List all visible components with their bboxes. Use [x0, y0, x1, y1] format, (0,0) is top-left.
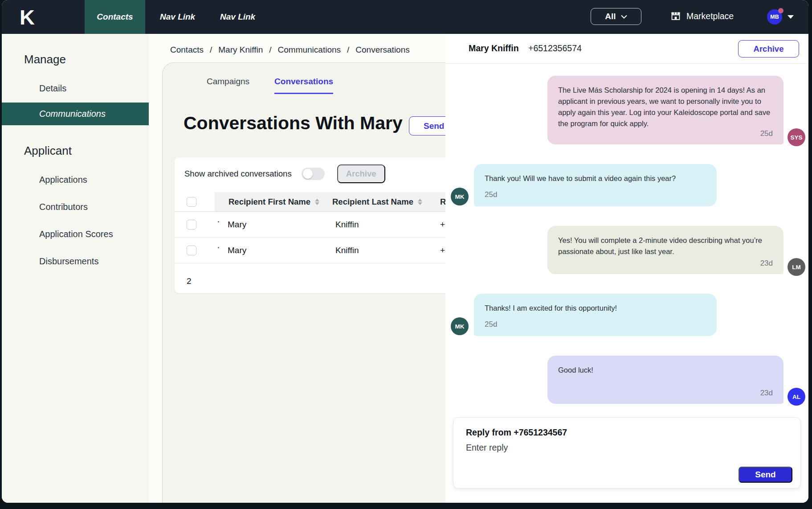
topnav-link-2-label: Nav Link	[220, 12, 255, 21]
row-checkbox[interactable]	[187, 220, 196, 230]
show-archived-label: Show archived conversations	[184, 169, 292, 179]
breadcrumb-separator: /	[347, 45, 349, 55]
message-bubble: The Live Más Scholarship for 2024 is ope…	[547, 76, 783, 144]
sidebar-item-application-scores[interactable]: Application Scores	[39, 229, 149, 239]
chat-header: Mary Kniffin +6512356574 Archive	[445, 34, 808, 64]
breadcrumb-item[interactable]: Mary Kniffin	[218, 45, 263, 55]
table-row[interactable]: MaryKniffin+6	[175, 212, 445, 238]
cell-last-name: Kniffin	[321, 246, 430, 255]
storefront-icon	[670, 10, 681, 22]
sidebar-nav: ManageDetailsCommunicationsApplicantAppl…	[2, 34, 149, 503]
message-bubble: Good luck!23d	[547, 356, 783, 404]
page-title: Conversations With Mary	[184, 113, 403, 134]
tab-conversations[interactable]: Conversations	[274, 77, 333, 94]
cell-first-name: Mary	[215, 220, 321, 230]
breadcrumb-item[interactable]: Conversations	[355, 45, 409, 55]
breadcrumb-separator: /	[210, 45, 212, 55]
chat-panel: Mary Kniffin +6512356574 Archive The Liv…	[445, 34, 808, 503]
column-header-first-name[interactable]: Recipient First Name	[215, 192, 321, 211]
marketplace-label: Marketplace	[686, 11, 734, 21]
toggle-knob	[303, 169, 313, 179]
send-message-button[interactable]: Send	[409, 116, 445, 135]
tab-campaigns[interactable]: Campaigns	[207, 77, 249, 94]
toolbar-row: Show archived conversations Archive	[184, 164, 385, 183]
topnav-link-1-label: Nav Link	[160, 12, 195, 21]
chevron-down-icon	[621, 15, 627, 19]
column-header-phone[interactable]: Re	[430, 192, 445, 211]
column-header-last-name[interactable]: Recipient Last Name	[321, 192, 430, 211]
message-bubble: Thank you! Will we have to submit a vide…	[474, 164, 717, 206]
topnav-link-2[interactable]: Nav Link	[220, 12, 255, 22]
user-avatar-menu[interactable]: MB	[767, 9, 782, 25]
archive-conversation-button[interactable]: Archive	[738, 40, 799, 57]
message-timestamp: 25d	[760, 129, 773, 138]
breadcrumb: Contacts/Mary Kniffin/Communications/Con…	[170, 45, 445, 55]
caret-down-icon[interactable]	[788, 15, 794, 19]
message-text: Thank you! Will we have to submit a vide…	[485, 173, 706, 184]
chat-contact-name: Mary Kniffin	[469, 43, 519, 53]
breadcrumb-item[interactable]: Communications	[278, 45, 341, 55]
kaleidoscope-logo: K	[20, 5, 35, 29]
sidebar-item-applications[interactable]: Applications	[39, 175, 149, 185]
send-reply-button[interactable]: Send	[739, 467, 792, 483]
sidebar-item-contributors[interactable]: Contributors	[39, 202, 149, 212]
sidebar-section-heading: Manage	[24, 53, 149, 66]
archive-button-disabled[interactable]: Archive	[337, 164, 385, 183]
header-checkbox-cell	[175, 192, 215, 211]
message-row: MKThanks! I am excited for this opportun…	[451, 294, 805, 336]
column-header-last-name-label: Recipient Last Name	[332, 197, 413, 207]
column-header-phone-label: Re	[440, 197, 445, 207]
conversations-panel: Show archived conversations Archive	[175, 157, 445, 293]
messages-list: The Live Más Scholarship for 2024 is ope…	[445, 64, 808, 423]
message-text: Thanks! I am excited for this opportunit…	[485, 303, 706, 314]
message-bubble: Thanks! I am excited for this opportunit…	[474, 294, 717, 336]
select-all-checkbox[interactable]	[187, 197, 196, 207]
conversations-table: Recipient First Name Recipient Last Name	[175, 192, 445, 263]
message-timestamp: 23d	[760, 389, 773, 398]
message-row: The Live Más Scholarship for 2024 is ope…	[451, 76, 805, 144]
cell-first-name: Mary	[215, 246, 321, 255]
message-timestamp: 25d	[485, 190, 706, 199]
reply-from-label: Reply from +7651234567	[466, 427, 567, 438]
filter-all-label: All	[605, 12, 616, 21]
sort-icon[interactable]	[315, 199, 319, 205]
breadcrumb-separator: /	[269, 45, 271, 55]
sidebar-item-details[interactable]: Details	[39, 83, 149, 94]
conversations-table-body: MaryKniffin+6MaryKniffin+6	[175, 212, 445, 263]
sort-icon[interactable]	[418, 199, 422, 205]
sidebar-item-communications[interactable]: Communications	[2, 103, 149, 125]
message-text: Yes! You will complete a 2-minute video …	[558, 235, 773, 257]
row-checkbox[interactable]	[187, 246, 196, 255]
row-checkbox-cell	[175, 220, 215, 230]
sidebar-item-disbursements[interactable]: Disbursements	[39, 256, 149, 267]
cell-phone: +6	[430, 220, 445, 230]
cell-last-name: Kniffin	[321, 220, 430, 230]
topnav-tab-contacts[interactable]: Contacts	[85, 0, 145, 34]
notification-dot	[778, 8, 783, 13]
top-navigation-bar: K Contacts Nav Link Nav Link All Marketp…	[2, 0, 808, 34]
marketplace-button[interactable]: Marketplace	[670, 10, 734, 22]
app-window: K Contacts Nav Link Nav Link All Marketp…	[2, 0, 808, 503]
table-header-row: Recipient First Name Recipient Last Name	[175, 192, 445, 212]
filter-all-dropdown[interactable]: All	[591, 8, 641, 25]
breadcrumb-item[interactable]: Contacts	[170, 45, 204, 55]
avatar: AL	[788, 388, 805, 406]
main-content: Contacts/Mary Kniffin/Communications/Con…	[149, 34, 445, 503]
message-text: Good luck!	[558, 365, 773, 376]
message-row: MKThank you! Will we have to submit a vi…	[451, 164, 805, 206]
reply-input[interactable]: Enter reply	[466, 443, 788, 453]
show-archived-toggle[interactable]	[302, 168, 325, 180]
results-count: 2	[187, 276, 192, 286]
reply-composer: Reply from +7651234567 Enter reply Send	[453, 417, 801, 488]
table-row[interactable]: MaryKniffin+6	[175, 238, 445, 263]
message-bubble: Yes! You will complete a 2-minute video …	[547, 226, 783, 274]
communications-card: Campaigns Conversations Conversations Wi…	[162, 62, 445, 503]
avatar: SYS	[788, 128, 805, 146]
avatar: MK	[451, 188, 469, 205]
message-row: Yes! You will complete a 2-minute video …	[451, 226, 805, 274]
topnav-link-1[interactable]: Nav Link	[160, 12, 195, 22]
row-checkbox-cell	[175, 246, 215, 255]
avatar: MK	[451, 317, 469, 335]
message-row: Good luck!23dAL	[451, 356, 805, 404]
message-timestamp: 25d	[485, 320, 706, 329]
